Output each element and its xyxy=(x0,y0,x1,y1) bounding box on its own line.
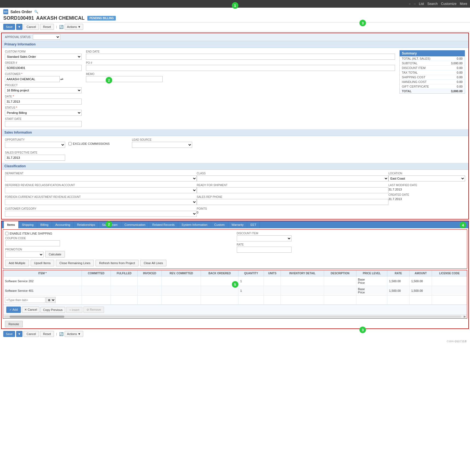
tab-eet[interactable]: EET xyxy=(247,221,260,228)
tab-shipping[interactable]: Shipping xyxy=(19,221,37,228)
opportunity-select[interactable] xyxy=(5,142,65,148)
status-select[interactable]: Pending Billing xyxy=(5,110,82,116)
tab-communication[interactable]: Communication xyxy=(121,221,149,228)
classification-right: LOCATION East Coast LAST MODIFIED DATE 3… xyxy=(388,172,465,217)
remove-button[interactable]: ⊘ Remove xyxy=(83,307,104,313)
sales-effective-date-input[interactable] xyxy=(5,155,65,161)
nav-list[interactable]: List xyxy=(419,2,424,6)
copy-previous-button[interactable]: Copy Previous xyxy=(41,307,65,313)
save-dropdown-button[interactable]: ▼ xyxy=(16,24,22,30)
close-remaining-button[interactable]: Close Remaining Lines xyxy=(56,260,94,266)
tab-accounting[interactable]: Accounting xyxy=(52,221,74,228)
add-item-input[interactable] xyxy=(5,297,45,303)
lead-source-label: LEAD SOURCE xyxy=(132,138,192,141)
clear-all-button[interactable]: Clear All Lines xyxy=(140,260,166,266)
memo-input[interactable] xyxy=(86,76,163,82)
scroll-track[interactable] xyxy=(4,316,462,318)
row1-invoiced xyxy=(137,276,162,286)
add-item-type-select[interactable]: ⊕ xyxy=(46,297,56,303)
reset-button[interactable]: Reset xyxy=(40,24,54,30)
bottom-actions-button[interactable]: Actions ▼ xyxy=(65,331,83,337)
status-badge: PENDING BILLING xyxy=(87,16,116,21)
exclude-commissions-checkbox[interactable] xyxy=(68,142,72,145)
ready-for-shipment-input[interactable] xyxy=(197,187,389,193)
coupon-code-input[interactable] xyxy=(5,240,60,246)
enable-item-line-shipping-checkbox[interactable] xyxy=(5,232,8,235)
insert-button[interactable]: + Insert xyxy=(66,307,82,313)
project-select[interactable]: 16 Billing project xyxy=(5,87,82,93)
scroll-thumb[interactable] xyxy=(10,316,64,318)
nav-customize[interactable]: Customize xyxy=(441,2,457,6)
tab-relationships[interactable]: Relationships xyxy=(74,221,99,228)
enable-item-line-shipping-label: ENABLE ITEM LINE SHIPPING xyxy=(10,232,52,235)
department-select[interactable] xyxy=(5,175,197,181)
date-field: DATE * xyxy=(5,95,82,105)
nav-more[interactable]: More xyxy=(460,2,467,6)
row1-amount: 1,500.00 xyxy=(410,276,432,286)
deferred-revenue-select[interactable] xyxy=(5,187,197,193)
foreign-currency-select[interactable] xyxy=(5,199,197,205)
created-date-value: 31.7.2013 xyxy=(388,197,465,201)
scroll-area[interactable]: ▶ xyxy=(3,315,467,318)
custom-form-select[interactable]: Standard Sales Order xyxy=(5,54,82,60)
sales-rep-phone-input[interactable] xyxy=(197,199,389,205)
save-button[interactable]: Save xyxy=(3,24,15,30)
customer-field: CUSTOMER * ⇌ xyxy=(5,73,82,82)
lead-source-select[interactable] xyxy=(132,142,192,148)
bottom-save-dropdown-button[interactable]: ▼ xyxy=(16,331,22,337)
bottom-cancel-button[interactable]: Cancel xyxy=(24,331,39,337)
row2-license-code xyxy=(432,286,467,296)
left-col: CUSTOM FORM Standard Sales Order ORDER #… xyxy=(5,50,82,127)
customer-input[interactable] xyxy=(5,76,60,82)
bottom-refresh-icon: 🔄 xyxy=(59,332,64,336)
location-label: LOCATION xyxy=(388,172,465,175)
summary-row-gift: GIFT CERTIFICATE 0.00 xyxy=(400,84,465,89)
add-button[interactable]: ✓ Add xyxy=(6,307,21,313)
tab-custom[interactable]: Custom xyxy=(211,221,228,228)
po-field: PO # xyxy=(86,61,395,71)
cancel-button[interactable]: Cancel xyxy=(24,24,39,30)
tab-items[interactable]: Items xyxy=(4,221,19,228)
calculate-button[interactable]: Calculate xyxy=(45,251,65,258)
date-input[interactable] xyxy=(5,99,82,105)
cancel-add-button[interactable]: ✕ Cancel xyxy=(22,307,39,313)
col-rev-committed: REV. COMMITTED xyxy=(162,270,201,276)
remote-button[interactable]: Remote xyxy=(5,321,23,327)
po-input[interactable] xyxy=(86,65,395,71)
top-nav-links: List Search Customize More xyxy=(419,2,467,6)
discount-item-select[interactable] xyxy=(237,235,292,241)
customer-lookup-icon[interactable]: ⇌ xyxy=(60,77,64,81)
tab-system-information[interactable]: System Information xyxy=(178,221,211,228)
order-input[interactable] xyxy=(5,65,82,71)
customer-category-select[interactable] xyxy=(5,211,197,217)
approval-status-select[interactable] xyxy=(33,34,60,40)
nav-search[interactable]: Search xyxy=(427,2,438,6)
enable-item-line-shipping-row: ENABLE ITEM LINE SHIPPING xyxy=(5,232,233,235)
refresh-items-button[interactable]: Refresh Items from Project xyxy=(96,260,139,266)
upsell-items-button[interactable]: Upsell Items xyxy=(31,260,54,266)
rate-input[interactable] xyxy=(237,247,292,253)
tab-warranty[interactable]: Warranty xyxy=(228,221,247,228)
add-back-ordered xyxy=(201,296,238,305)
add-multiple-button[interactable]: Add Multiple xyxy=(5,260,29,266)
annotation-2-items: 2 xyxy=(106,221,112,227)
search-icon[interactable]: 🔍 xyxy=(34,10,38,14)
tab-related-records[interactable]: Related Records xyxy=(149,221,178,228)
promotion-select[interactable] xyxy=(5,252,44,258)
tab-billing[interactable]: Billing xyxy=(37,221,52,228)
exclude-commissions-field: EXCLUDE COMMISSIONS xyxy=(68,138,129,148)
end-date-input[interactable] xyxy=(86,54,395,60)
back-arrow[interactable]: ← xyxy=(408,2,411,5)
location-select[interactable]: East Coast xyxy=(388,175,465,181)
class-select[interactable] xyxy=(197,175,389,181)
annotation-3-bottom: 3 xyxy=(359,327,366,333)
bottom-reset-button[interactable]: Reset xyxy=(40,331,54,337)
actions-button[interactable]: Actions ▼ xyxy=(65,24,83,30)
items-inner-toolbar: 2 ENABLE ITEM LINE SHIPPING COUPON CODE … xyxy=(3,229,467,269)
forward-arrow[interactable]: → xyxy=(413,2,416,5)
bottom-save-button[interactable]: Save xyxy=(3,331,15,337)
discount-item-label: DISCOUNT ITEM xyxy=(237,232,465,235)
start-date-input[interactable] xyxy=(5,121,82,127)
foreign-currency-label: FOREIGN CURRENCY ADJUSTMENT REVENUE ACCO… xyxy=(5,195,197,198)
add-item-row: ⊕ xyxy=(3,296,467,305)
